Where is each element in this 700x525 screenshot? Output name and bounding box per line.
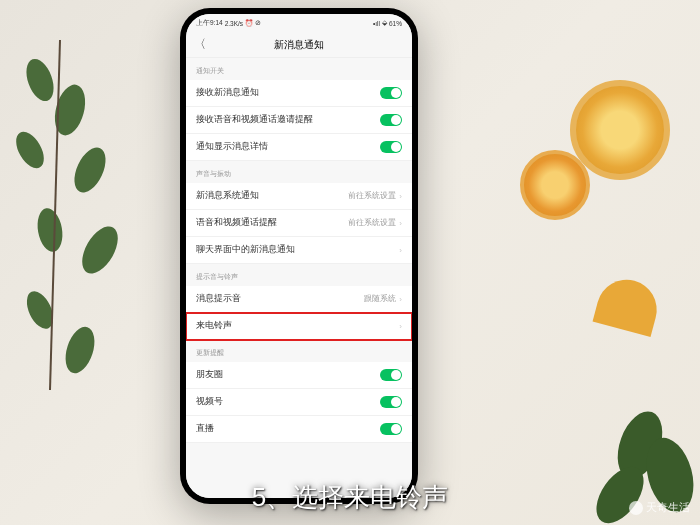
section-header: 通知开关 [186,58,412,80]
settings-row[interactable]: 接收新消息通知 [186,80,412,107]
svg-point-7 [60,323,100,377]
decor-orange-2 [520,150,590,220]
svg-point-1 [50,81,91,138]
status-bar: 上午9:14 2.3K/s ⏰ ⊘ •ıll ⬙ 61% [186,14,412,32]
row-label: 视频号 [196,396,380,408]
toggle-switch[interactable] [380,141,402,153]
settings-row[interactable]: 直播 [186,416,412,443]
settings-row[interactable]: 接收语音和视频通话邀请提醒 [186,107,412,134]
svg-point-4 [34,206,65,253]
row-value: 跟随系统 [364,294,396,304]
chevron-right-icon: › [399,322,402,331]
status-extra-icon: ⊘ [255,19,261,27]
watermark-text: 天奇生活 [646,500,690,515]
svg-point-3 [68,143,112,197]
svg-point-2 [10,127,49,173]
phone-frame: 上午9:14 2.3K/s ⏰ ⊘ •ıll ⬙ 61% 〈 新消息通知 通知开… [180,8,418,504]
status-time: 上午9:14 [196,19,223,28]
watermark-icon [629,501,643,515]
title-bar: 〈 新消息通知 [186,32,412,58]
settings-row[interactable]: 视频号 [186,389,412,416]
row-label: 直播 [196,423,380,435]
row-label: 聊天界面中的新消息通知 [196,244,399,256]
decor-orange-1 [570,80,670,180]
settings-content: 通知开关接收新消息通知接收语音和视频通话邀请提醒通知显示消息详情声音与振动新消息… [186,58,412,498]
svg-point-0 [21,55,59,105]
chevron-right-icon: › [399,192,402,201]
row-label: 通知显示消息详情 [196,141,380,153]
settings-row[interactable]: 消息提示音跟随系统› [186,286,412,313]
row-value: 前往系统设置 [348,191,396,201]
row-label: 朋友圈 [196,369,380,381]
row-ringtone-highlighted[interactable]: 来电铃声› [186,313,412,340]
step-caption: 5、选择来电铃声 [0,480,700,515]
svg-point-5 [75,220,125,279]
chevron-right-icon: › [399,219,402,228]
settings-row[interactable]: 朋友圈 [186,362,412,389]
toggle-switch[interactable] [380,369,402,381]
row-label: 新消息系统通知 [196,190,348,202]
row-label: 接收新消息通知 [196,87,380,99]
toggle-switch[interactable] [380,114,402,126]
row-label: 来电铃声 [196,320,399,332]
section-header: 提示音与铃声 [186,264,412,286]
chevron-right-icon: › [399,246,402,255]
toggle-switch[interactable] [380,87,402,99]
status-battery: 61% [389,20,402,27]
decor-orange-wedge [593,273,664,337]
phone-screen: 上午9:14 2.3K/s ⏰ ⊘ •ıll ⬙ 61% 〈 新消息通知 通知开… [186,14,412,498]
decor-leaves-left [0,30,160,390]
row-label: 接收语音和视频通话邀请提醒 [196,114,380,126]
row-label: 语音和视频通话提醒 [196,217,348,229]
chevron-right-icon: › [399,295,402,304]
section-header: 声音与振动 [186,161,412,183]
status-alarm-icon: ⏰ [245,19,253,27]
settings-row[interactable]: 语音和视频通话提醒前往系统设置› [186,210,412,237]
status-wifi-icon: ⬙ [382,19,387,27]
watermark: 天奇生活 [629,500,690,515]
settings-row[interactable]: 通知显示消息详情 [186,134,412,161]
section-header: 更新提醒 [186,340,412,362]
row-value: 前往系统设置 [348,218,396,228]
row-label: 消息提示音 [196,293,364,305]
toggle-switch[interactable] [380,396,402,408]
settings-row[interactable]: 新消息系统通知前往系统设置› [186,183,412,210]
page-title: 新消息通知 [274,38,324,52]
status-net: 2.3K/s [225,20,243,27]
toggle-switch[interactable] [380,423,402,435]
settings-row[interactable]: 聊天界面中的新消息通知› [186,237,412,264]
status-signal-icon: •ıll [373,20,380,27]
back-button[interactable]: 〈 [194,36,206,53]
